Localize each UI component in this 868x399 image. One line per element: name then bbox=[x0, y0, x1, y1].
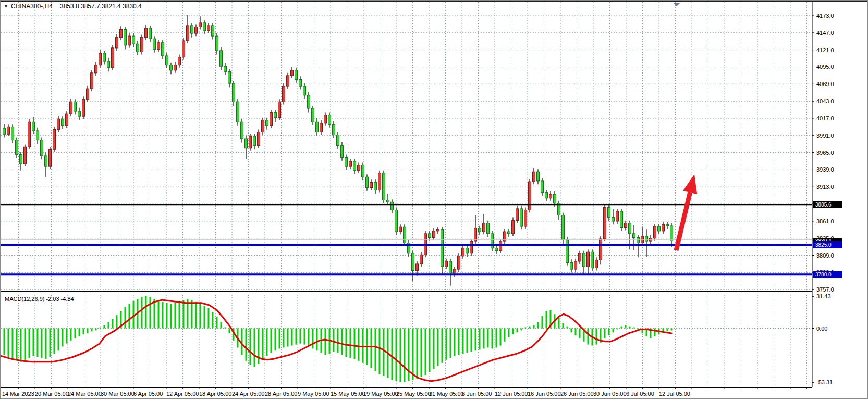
macd-bar bbox=[100, 328, 101, 329]
macd-bar bbox=[337, 329, 339, 353]
candle-bearish bbox=[495, 248, 498, 251]
ohlc-readout: 3853.8 3857.7 3821.4 3830.4 bbox=[60, 3, 142, 10]
candle-bullish bbox=[524, 210, 527, 226]
time-axis-label: 30 Jun 05:00 bbox=[593, 391, 627, 397]
macd-bar bbox=[162, 302, 164, 329]
macd-bar bbox=[525, 328, 527, 329]
chart-canvas[interactable] bbox=[1, 1, 868, 399]
candle-bullish bbox=[662, 224, 665, 231]
candle-bullish bbox=[178, 57, 181, 65]
candle-bearish bbox=[274, 113, 277, 118]
candle-bearish bbox=[341, 146, 344, 158]
macd-bar bbox=[487, 329, 489, 348]
macd-bar bbox=[654, 329, 656, 337]
candle-bullish bbox=[95, 65, 97, 73]
macd-bar bbox=[62, 329, 64, 347]
trend-arrow[interactable] bbox=[676, 192, 690, 250]
macd-bar bbox=[300, 329, 301, 344]
time-axis-label: 31 May 05:00 bbox=[429, 391, 464, 397]
macd-bar bbox=[558, 318, 560, 328]
candle-bearish bbox=[137, 44, 139, 52]
candle-bearish bbox=[20, 154, 22, 164]
candle-bearish bbox=[429, 234, 431, 238]
candle-bearish bbox=[441, 229, 444, 267]
candle-bullish bbox=[654, 226, 656, 238]
candle-bullish bbox=[616, 211, 619, 221]
symbol-dropdown-icon[interactable]: ▼ bbox=[4, 4, 8, 9]
time-axis-label: 9 May 05:00 bbox=[298, 391, 329, 397]
candle-bullish bbox=[579, 253, 581, 261]
macd-bar bbox=[446, 329, 447, 360]
candle-bullish bbox=[141, 38, 143, 52]
candle-bearish bbox=[633, 234, 635, 238]
macd-bar bbox=[291, 329, 293, 346]
macd-bar bbox=[150, 297, 151, 328]
candle-bearish bbox=[166, 56, 168, 65]
macd-bar bbox=[4, 329, 5, 355]
macd-bar bbox=[671, 329, 673, 331]
candle-bearish bbox=[124, 30, 127, 45]
candle-bearish bbox=[608, 207, 610, 217]
candle-bearish bbox=[237, 102, 239, 122]
macd-bar bbox=[279, 329, 280, 349]
price-axis-label: 4173.0 bbox=[816, 13, 834, 19]
candle-bullish bbox=[587, 252, 590, 267]
macd-bar bbox=[629, 327, 631, 329]
time-axis-label: 18 Apr 05:00 bbox=[199, 391, 231, 397]
candle-bullish bbox=[195, 27, 198, 33]
macd-bar bbox=[45, 329, 47, 359]
candle-bullish bbox=[516, 209, 519, 221]
candle-bullish bbox=[278, 102, 281, 117]
candle-bullish bbox=[258, 132, 260, 145]
price-axis-label: 4017.0 bbox=[816, 115, 834, 122]
candle-bullish bbox=[49, 149, 52, 166]
candle-bullish bbox=[625, 223, 627, 228]
macd-bar bbox=[179, 301, 180, 329]
candle-bullish bbox=[454, 269, 456, 273]
trend-arrow-head[interactable] bbox=[683, 174, 697, 194]
candle-bullish bbox=[458, 256, 460, 269]
macd-bar bbox=[433, 329, 435, 369]
candle-bullish bbox=[270, 113, 273, 126]
candle-bearish bbox=[308, 95, 310, 108]
candle-bearish bbox=[554, 194, 556, 203]
macd-bar bbox=[104, 325, 105, 329]
macd-bar bbox=[521, 329, 522, 331]
time-axis-label: 24 Mar 05:00 bbox=[68, 391, 102, 397]
macd-bar bbox=[195, 302, 197, 329]
candle-bearish bbox=[541, 181, 544, 193]
macd-bar bbox=[50, 329, 51, 357]
macd-bar bbox=[87, 329, 89, 334]
candle-bearish bbox=[387, 200, 389, 202]
price-label-support-2: 3780.0 bbox=[813, 271, 842, 278]
macd-bar bbox=[170, 304, 172, 329]
shift-marker-icon[interactable] bbox=[673, 3, 680, 6]
candle-bearish bbox=[362, 165, 364, 177]
macd-bar bbox=[421, 329, 422, 377]
price-axis-label: 4043.0 bbox=[816, 98, 834, 104]
candle-bearish bbox=[299, 79, 302, 86]
candle-bullish bbox=[445, 261, 448, 267]
candle-bearish bbox=[629, 223, 631, 234]
candle-bearish bbox=[241, 122, 243, 139]
macd-bar bbox=[204, 306, 205, 329]
macd-bar bbox=[333, 329, 335, 352]
macd-bar bbox=[608, 329, 610, 336]
macd-bar bbox=[283, 329, 285, 348]
macd-bar bbox=[325, 329, 326, 355]
macd-bar bbox=[375, 329, 376, 371]
macd-bar bbox=[371, 329, 372, 368]
macd-bar bbox=[442, 329, 443, 363]
macd-bar bbox=[41, 329, 43, 358]
macd-bar bbox=[287, 329, 289, 347]
candle-bearish bbox=[107, 61, 110, 68]
candle-bearish bbox=[295, 70, 298, 80]
candle-bearish bbox=[345, 157, 348, 166]
candle-bearish bbox=[670, 226, 673, 241]
macd-axis-label: -53.31 bbox=[816, 379, 833, 385]
macd-bar bbox=[517, 329, 518, 333]
macd-bar bbox=[379, 329, 381, 374]
candle-bearish bbox=[220, 51, 223, 66]
macd-bar bbox=[125, 307, 126, 329]
macd-bar bbox=[304, 329, 305, 345]
